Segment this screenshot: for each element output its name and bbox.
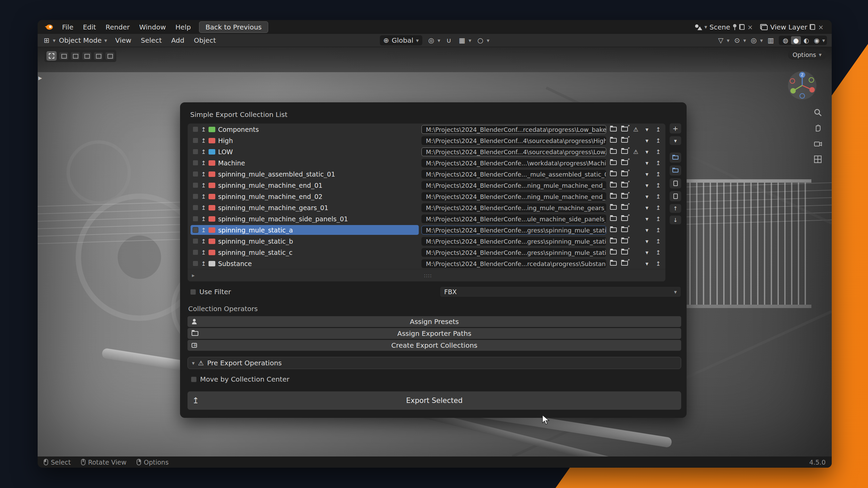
orientation-dropdown[interactable]: ⊕ Global ▾ bbox=[380, 35, 422, 45]
browse-path-button[interactable] bbox=[620, 216, 629, 222]
collection-row[interactable]: ↥ Components M:\Projects\2024_BlenderCon… bbox=[188, 124, 665, 135]
browse-path-button[interactable] bbox=[620, 160, 629, 166]
remove-view-layer-icon[interactable]: × bbox=[817, 23, 824, 31]
collection-path[interactable]: M:\Projects\2024_BlenderConfe...gress\sp… bbox=[421, 248, 606, 257]
pan-hand-icon[interactable] bbox=[813, 124, 822, 133]
collection-path[interactable]: M:\Projects\2024_BlenderConfe...ning_mul… bbox=[421, 181, 606, 190]
row-export-button-icon[interactable]: ↥ bbox=[654, 238, 663, 245]
row-checkbox[interactable] bbox=[193, 238, 198, 244]
list-expand-icon[interactable]: ▸ bbox=[192, 272, 195, 279]
snap-settings-dropdown[interactable]: ▦ ▾ bbox=[457, 36, 471, 45]
menu-edit[interactable]: Edit bbox=[78, 22, 101, 32]
mode-dropdown[interactable]: Object Mode ▾ bbox=[56, 35, 111, 45]
row-chevron-icon[interactable]: ▾ bbox=[643, 137, 651, 144]
zoom-icon[interactable] bbox=[813, 108, 822, 117]
collection-name[interactable]: spinning_mule_static_c bbox=[218, 249, 292, 256]
collection-row[interactable]: ↥ spinning_mule_machine_gears_01 M:\Proj… bbox=[188, 202, 665, 213]
collection-row-left[interactable]: ↥ spinning_mule_machine_gears_01 bbox=[191, 203, 419, 212]
collection-name[interactable]: Machine bbox=[218, 159, 245, 167]
collection-path[interactable]: M:\Projects\2024_BlenderConf...4\sourced… bbox=[421, 147, 606, 156]
editor-type-button[interactable]: ⊞ ▾ bbox=[42, 36, 56, 45]
open-folder-button[interactable] bbox=[609, 137, 618, 144]
select-mode-new-icon[interactable] bbox=[59, 52, 68, 60]
pre-export-operations-header[interactable]: ▾ ⚠ Pre Export Operations bbox=[188, 357, 681, 369]
collection-row-left[interactable]: ↥ spinning_mule_machine_side_panels_01 bbox=[191, 214, 419, 224]
open-folder-button[interactable] bbox=[609, 126, 618, 133]
row-chevron-icon[interactable]: ▾ bbox=[643, 260, 651, 267]
row-export-button-icon[interactable]: ↥ bbox=[654, 171, 663, 178]
row-chevron-icon[interactable]: ▾ bbox=[643, 126, 651, 133]
back-to-previous-button[interactable]: Back to Previous bbox=[199, 21, 268, 33]
menu-render[interactable]: Render bbox=[101, 22, 134, 32]
pin-icon[interactable] bbox=[733, 24, 737, 30]
snap-magnet-icon[interactable]: ∪ bbox=[445, 36, 453, 45]
collection-path[interactable]: M:\Projects\2024_BlenderConfe...gress\sp… bbox=[421, 226, 606, 235]
collection-name[interactable]: High bbox=[218, 137, 233, 144]
open-folder-button[interactable] bbox=[609, 182, 618, 189]
collection-row[interactable]: ↥ spinning_mule_machine_end_01 M:\Projec… bbox=[188, 180, 665, 191]
menu-help[interactable]: Help bbox=[171, 22, 196, 32]
open-folder-button[interactable] bbox=[609, 204, 618, 211]
menu-select[interactable]: Select bbox=[136, 35, 166, 45]
row-checkbox[interactable] bbox=[193, 126, 198, 132]
collection-row[interactable]: ↥ LOW M:\Projects\2024_BlenderConf...4\s… bbox=[188, 146, 665, 157]
move-item-up-button[interactable]: ↑ bbox=[670, 204, 681, 213]
collection-name[interactable]: spinning_mule_static_a bbox=[218, 226, 293, 234]
collection-row[interactable]: ↥ spinning_mule_assembled_static_01 M:\P… bbox=[188, 168, 665, 180]
show-gizmo-dropdown[interactable]: ⊙ ▾ bbox=[733, 36, 746, 45]
row-export-icon[interactable]: ↥ bbox=[201, 126, 206, 133]
row-export-button-icon[interactable]: ↥ bbox=[654, 137, 663, 144]
open-folder-button[interactable] bbox=[609, 148, 618, 155]
collection-row-left[interactable]: ↥ Machine bbox=[191, 158, 419, 168]
menu-window[interactable]: Window bbox=[134, 22, 171, 32]
xray-toggle-icon[interactable]: ▥ bbox=[766, 36, 775, 45]
collection-row[interactable]: ↥ spinning_mule_machine_side_panels_01 M… bbox=[188, 213, 665, 224]
collection-row[interactable]: ↥ spinning_mule_machine_end_02 M:\Projec… bbox=[188, 191, 665, 202]
collection-row-left[interactable]: ↥ spinning_mule_static_b bbox=[191, 236, 419, 246]
open-folder-button[interactable] bbox=[609, 193, 618, 200]
new-view-layer-icon[interactable] bbox=[810, 24, 815, 30]
browse-path-button[interactable] bbox=[620, 137, 629, 144]
collection-name[interactable]: Substance bbox=[218, 260, 252, 267]
collection-path[interactable]: M:\Projects\2024_BlenderConfe...ule_mach… bbox=[421, 215, 606, 223]
collection-row[interactable]: ↥ Machine M:\Projects\2024_BlenderConfe.… bbox=[188, 157, 665, 168]
new-scene-icon[interactable] bbox=[739, 24, 745, 30]
row-export-icon[interactable]: ↥ bbox=[201, 148, 206, 155]
toolbar-expand-arrow[interactable]: ▸ bbox=[38, 74, 42, 82]
row-export-icon[interactable]: ↥ bbox=[201, 171, 206, 178]
row-export-button-icon[interactable]: ↥ bbox=[654, 160, 663, 166]
grid-toggle-icon[interactable] bbox=[813, 155, 822, 164]
open-folder-button[interactable] bbox=[609, 249, 618, 256]
row-export-button-icon[interactable]: ↥ bbox=[654, 227, 663, 233]
collection-path[interactable]: M:\Projects\2024_BlenderConfe...\workdat… bbox=[421, 159, 606, 167]
collection-row-left[interactable]: ↥ Substance bbox=[191, 259, 419, 268]
row-chevron-icon[interactable]: ▾ bbox=[643, 227, 651, 233]
select-mode-invert-icon[interactable] bbox=[94, 52, 103, 60]
viewport-options-button[interactable]: Options ▾ bbox=[788, 50, 826, 60]
add-collection-button[interactable]: + bbox=[670, 123, 681, 134]
select-mode-extend-icon[interactable] bbox=[71, 52, 80, 60]
collection-row[interactable]: ↥ spinning_mule_static_b M:\Projects\202… bbox=[188, 236, 665, 247]
pivot-dropdown[interactable]: ◎ ▾ bbox=[427, 36, 440, 45]
row-export-icon[interactable]: ↥ bbox=[201, 227, 206, 233]
row-export-button-icon[interactable]: ↥ bbox=[654, 249, 663, 256]
collection-row-left[interactable]: ↥ spinning_mule_machine_end_01 bbox=[191, 180, 419, 190]
row-export-icon[interactable]: ↥ bbox=[201, 249, 206, 256]
collection-name[interactable]: spinning_mule_machine_side_panels_01 bbox=[218, 215, 348, 223]
list-resize-grip[interactable]: :::: bbox=[195, 272, 661, 279]
navigation-gizmo[interactable]: Z bbox=[788, 71, 817, 100]
browse-path-button[interactable] bbox=[620, 204, 629, 211]
show-overlays-dropdown[interactable]: ◎ ▾ bbox=[749, 36, 763, 45]
collection-path[interactable]: M:\Projects\2024_BlenderConfe...ning_mul… bbox=[421, 192, 606, 201]
menu-view[interactable]: View bbox=[111, 35, 136, 45]
collection-row[interactable]: ↥ spinning_mule_static_c M:\Projects\202… bbox=[188, 247, 665, 258]
collection-name[interactable]: spinning_mule_assembled_static_01 bbox=[218, 170, 335, 178]
row-checkbox[interactable] bbox=[193, 194, 198, 199]
row-export-icon[interactable]: ↥ bbox=[201, 137, 206, 144]
row-checkbox[interactable] bbox=[193, 171, 198, 177]
collection-row-left[interactable]: ↥ spinning_mule_machine_end_02 bbox=[191, 191, 419, 201]
scene-selector[interactable]: ▾ Scene × bbox=[693, 22, 756, 32]
collection-row-left[interactable]: ↥ spinning_mule_static_c bbox=[191, 247, 419, 257]
row-chevron-icon[interactable]: ▾ bbox=[643, 193, 651, 200]
side-open-folder-icon[interactable] bbox=[670, 152, 681, 163]
